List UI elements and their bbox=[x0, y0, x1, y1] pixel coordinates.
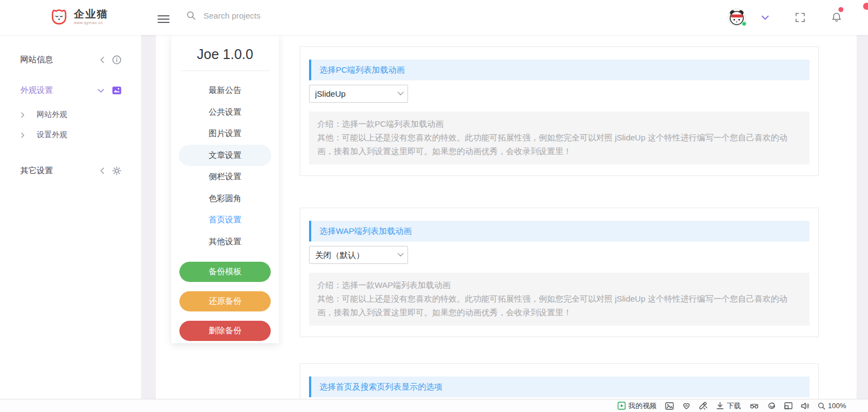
section-title-wap-animation: 选择WAP端列表加载动画 bbox=[309, 221, 809, 242]
description-intro: 介绍：选择一款WAP端列表加载动画 bbox=[317, 278, 801, 292]
screenshot-image-button[interactable] bbox=[665, 402, 674, 410]
chevron-right-icon bbox=[21, 132, 25, 138]
chevron-right-icon bbox=[21, 112, 25, 118]
mute-tab-button[interactable] bbox=[801, 402, 809, 410]
magnifier-icon bbox=[818, 402, 825, 410]
download-label: 下载 bbox=[727, 401, 741, 411]
section-title-text: 选择首页及搜索页列表显示的选项 bbox=[319, 382, 442, 392]
delete-backup-button[interactable]: 删除备份 bbox=[179, 321, 271, 341]
download-icon bbox=[716, 402, 724, 410]
theme-tab-image-settings[interactable]: 图片设置 bbox=[179, 123, 271, 145]
section-title-text: 选择PC端列表加载动画 bbox=[319, 65, 405, 75]
top-bar: 企业猫 www.qymao.cn bbox=[0, 0, 868, 35]
wap-animation-select[interactable]: 关闭（默认） bbox=[309, 246, 408, 264]
downloads-button[interactable]: 下载 bbox=[716, 401, 741, 411]
chevron-down-icon bbox=[97, 89, 104, 93]
my-videos-label: 我的视频 bbox=[628, 401, 657, 411]
sidebar-subitem-set-appearance[interactable]: 设置外观 bbox=[21, 130, 67, 140]
left-sidebar: 网站信息 外观设置 bbox=[0, 35, 141, 399]
speaker-icon bbox=[801, 402, 809, 410]
other-settings-label: 其它设置 bbox=[20, 166, 53, 176]
section-title-homepage-options: 选择首页及搜索页列表显示的选项 bbox=[309, 376, 809, 397]
user-avatar[interactable] bbox=[727, 8, 746, 27]
theme-tab-announcement[interactable]: 最新公告 bbox=[179, 80, 271, 102]
section-title-text: 选择WAP端列表加载动画 bbox=[319, 226, 412, 237]
fullscreen-icon[interactable] bbox=[795, 13, 805, 22]
backup-template-button[interactable]: 备份模板 bbox=[179, 262, 271, 282]
theme-tab-other-settings[interactable]: 其他设置 bbox=[179, 231, 271, 253]
pc-animation-select[interactable]: jSlideUp bbox=[309, 85, 408, 103]
sidebar-subitem-site-appearance[interactable]: 网站外观 bbox=[21, 110, 67, 120]
image-icon bbox=[665, 402, 674, 410]
notification-badge bbox=[838, 7, 843, 12]
my-videos-button[interactable]: 我的视频 bbox=[617, 401, 657, 411]
online-status-dot bbox=[742, 21, 747, 26]
profile-chevron-down-icon[interactable] bbox=[761, 15, 769, 20]
reader-mode-button[interactable] bbox=[767, 402, 776, 410]
page-zoom-control[interactable]: 100% bbox=[818, 402, 846, 410]
zoom-level-label: 100% bbox=[828, 402, 846, 410]
sidebar-item-appearance-settings[interactable]: 外观设置 bbox=[20, 85, 121, 96]
theme-menu: 最新公告 公共设置 图片设置 文章设置 侧栏设置 色彩圆角 首页设置 其他设置 bbox=[171, 80, 279, 252]
incognito-mode-button[interactable] bbox=[749, 402, 759, 409]
wap-animation-description: 介绍：选择一款WAP端列表加载动画 其他：可能以上还是没有您喜欢的特效。此功能可… bbox=[309, 273, 809, 326]
brand-name: 企业猫 bbox=[74, 9, 108, 19]
chevron-left-icon bbox=[100, 167, 104, 174]
section-title-pc-animation: 选择PC端列表加载动画 bbox=[309, 60, 809, 80]
chevron-left-icon bbox=[100, 56, 104, 63]
cat-logo-icon bbox=[48, 7, 70, 26]
theme-tab-homepage-settings[interactable]: 首页设置 bbox=[179, 209, 271, 231]
glasses-icon bbox=[749, 402, 759, 409]
theme-tab-article-settings[interactable]: 文章设置 bbox=[179, 145, 271, 167]
pc-animation-section: 选择PC端列表加载动画 jSlideUp 介绍：选择一款PC端列表加载动画 其他… bbox=[300, 46, 819, 176]
gear-icon bbox=[112, 166, 121, 175]
divider bbox=[180, 70, 270, 71]
search-input[interactable] bbox=[203, 11, 378, 20]
restore-backup-button[interactable]: 还原备份 bbox=[179, 291, 271, 311]
set-appearance-label: 设置外观 bbox=[37, 130, 67, 140]
game-accelerator-button[interactable] bbox=[699, 402, 708, 410]
info-icon bbox=[112, 55, 121, 64]
side-window-button[interactable] bbox=[784, 402, 793, 409]
menu-toggle-icon[interactable] bbox=[158, 15, 170, 23]
theme-tab-common-settings[interactable]: 公共设置 bbox=[179, 102, 271, 123]
play-video-icon bbox=[617, 402, 626, 410]
site-info-label: 网站信息 bbox=[20, 55, 53, 65]
brand-logo[interactable]: 企业猫 www.qymao.cn bbox=[48, 7, 108, 26]
app-window: 企业猫 www.qymao.cn bbox=[0, 0, 868, 412]
image-folder-icon bbox=[112, 86, 121, 95]
browser-status-bar: 我的视频 bbox=[0, 399, 868, 412]
wap-animation-section: 选择WAP端列表加载动画 关闭（默认） 介绍：选择一款WAP端列表加载动画 其他… bbox=[300, 208, 819, 337]
theme-tab-color-radius[interactable]: 色彩圆角 bbox=[179, 188, 271, 210]
appearance-settings-label: 外观设置 bbox=[20, 85, 53, 96]
rocket-icon bbox=[699, 402, 708, 410]
pc-animation-description: 介绍：选择一款PC端列表加载动画 其他：可能以上还是没有您喜欢的特效。此功能可拓… bbox=[309, 111, 809, 164]
sidebar-item-site-info[interactable]: 网站信息 bbox=[20, 55, 121, 65]
heart-face-icon bbox=[682, 402, 691, 410]
brand-domain: www.qymao.cn bbox=[74, 21, 108, 25]
theme-tab-sidebar-settings[interactable]: 侧栏设置 bbox=[179, 166, 271, 188]
theme-title: Joe 1.0.0 bbox=[171, 35, 279, 62]
swirl-icon bbox=[767, 402, 776, 410]
theme-settings-card: Joe 1.0.0 最新公告 公共设置 图片设置 文章设置 侧栏设置 色彩圆角 … bbox=[171, 35, 279, 343]
favorites-health-button[interactable] bbox=[682, 402, 691, 410]
screen-edge-notification-dot bbox=[863, 3, 868, 10]
description-other: 其他：可能以上还是没有您喜欢的特效。此功能可拓展性强，例如您完全可以对照 jSl… bbox=[317, 292, 801, 319]
notifications-bell-icon[interactable] bbox=[831, 12, 842, 23]
site-appearance-label: 网站外观 bbox=[37, 110, 67, 120]
window-icon bbox=[784, 402, 793, 409]
search-icon bbox=[187, 11, 196, 20]
sidebar-item-other-settings[interactable]: 其它设置 bbox=[20, 166, 121, 176]
description-other: 其他：可能以上还是没有您喜欢的特效。此功能可拓展性强，例如您完全可以对照 jSl… bbox=[317, 131, 801, 158]
description-intro: 介绍：选择一款PC端列表加载动画 bbox=[317, 117, 801, 131]
